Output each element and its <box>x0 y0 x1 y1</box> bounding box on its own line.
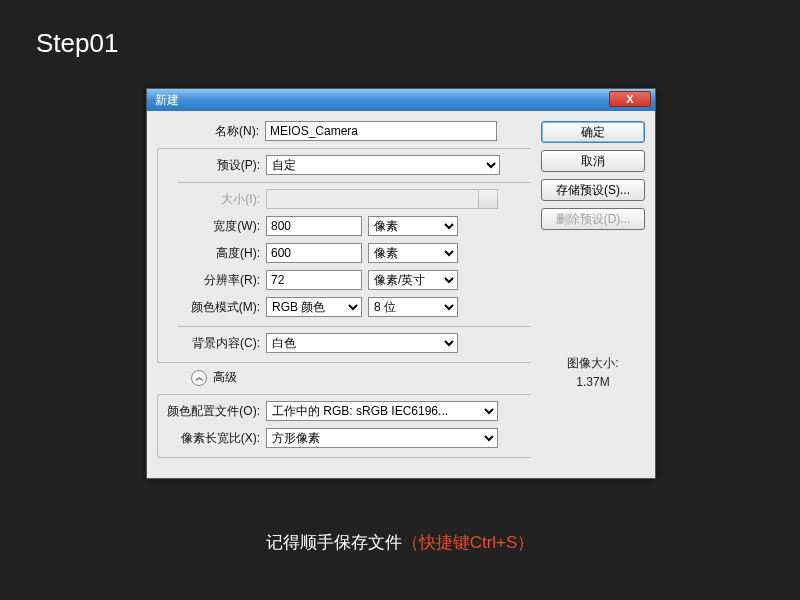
save-preset-button[interactable]: 存储预设(S)... <box>541 179 645 201</box>
footer-hint: （快捷键Ctrl+S） <box>402 533 535 552</box>
delete-preset-button: 删除预设(D)... <box>541 208 645 230</box>
ok-button[interactable]: 确定 <box>541 121 645 143</box>
bit-depth-select[interactable]: 8 位 <box>368 297 458 317</box>
width-unit-select[interactable]: 像素 <box>368 216 458 236</box>
dialog-title: 新建 <box>155 92 179 109</box>
resolution-unit-select[interactable]: 像素/英寸 <box>368 270 458 290</box>
name-input[interactable] <box>265 121 497 141</box>
preset-select[interactable]: 自定 <box>266 155 500 175</box>
height-unit-select[interactable]: 像素 <box>368 243 458 263</box>
image-size-label: 图像大小: <box>541 354 645 373</box>
color-profile-label: 颜色配置文件(O): <box>158 403 266 420</box>
color-mode-label: 颜色模式(M): <box>178 299 266 316</box>
cancel-button[interactable]: 取消 <box>541 150 645 172</box>
image-size-value: 1.37M <box>541 373 645 392</box>
resolution-label: 分辨率(R): <box>178 272 266 289</box>
pixel-aspect-label: 像素长宽比(X): <box>158 430 266 447</box>
close-button[interactable]: X <box>609 91 651 107</box>
width-input[interactable] <box>266 216 362 236</box>
advanced-label: 高级 <box>213 369 237 386</box>
titlebar: 新建 X <box>147 89 655 111</box>
pixel-aspect-select[interactable]: 方形像素 <box>266 428 498 448</box>
color-mode-select[interactable]: RGB 颜色 <box>266 297 362 317</box>
footer-note: 记得顺手保存文件（快捷键Ctrl+S） <box>0 531 800 554</box>
image-size-info: 图像大小: 1.37M <box>541 354 645 392</box>
height-input[interactable] <box>266 243 362 263</box>
height-label: 高度(H): <box>178 245 266 262</box>
resolution-input[interactable] <box>266 270 362 290</box>
preset-label: 预设(P): <box>158 157 266 174</box>
close-icon: X <box>626 93 633 105</box>
step-heading: Step01 <box>36 28 118 59</box>
background-label: 背景内容(C): <box>158 335 266 352</box>
background-select[interactable]: 白色 <box>266 333 458 353</box>
width-label: 宽度(W): <box>178 218 266 235</box>
size-select-disabled <box>266 189 498 209</box>
color-profile-select[interactable]: 工作中的 RGB: sRGB IEC6196... <box>266 401 498 421</box>
name-label: 名称(N): <box>157 123 265 140</box>
new-document-dialog: 新建 X 名称(N): 预设(P): 自定 大小(I): <box>146 88 656 479</box>
size-label: 大小(I): <box>178 191 266 208</box>
chevron-up-icon: ︽ <box>195 371 204 384</box>
footer-msg: 记得顺手保存文件 <box>266 533 402 552</box>
advanced-toggle[interactable]: ︽ <box>191 370 207 386</box>
